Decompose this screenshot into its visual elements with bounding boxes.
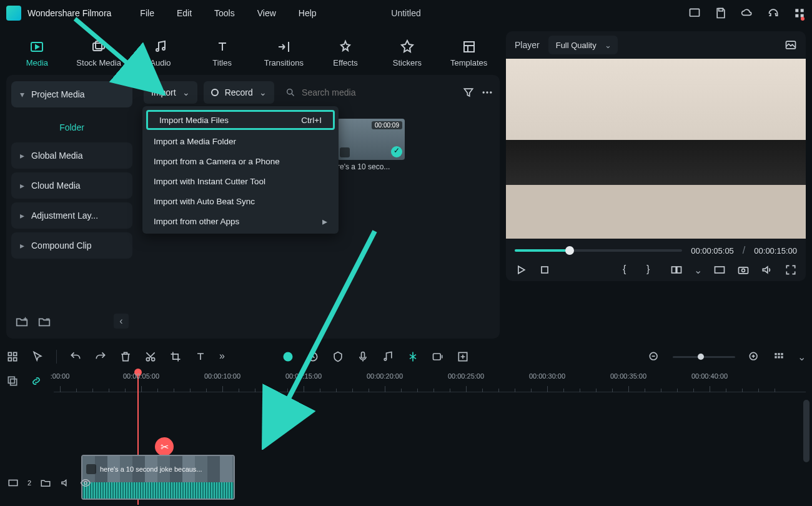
tab-templates[interactable]: Templates bbox=[442, 39, 496, 67]
stop-icon[interactable] bbox=[538, 264, 551, 276]
sidebar-compound-clip[interactable]: ▸Compound Clip bbox=[11, 232, 132, 259]
aspect-icon[interactable] bbox=[713, 264, 726, 276]
grid-icon[interactable] bbox=[6, 350, 19, 363]
timeline-toolbar: » ⌄ bbox=[6, 344, 806, 370]
import-instant-cutter[interactable]: Import with Instant Cutter Tool bbox=[142, 171, 339, 191]
import-media-files[interactable]: Import Media FilesCtrl+I bbox=[146, 110, 335, 130]
tab-titles[interactable]: Titles bbox=[195, 39, 249, 67]
chevron-down-icon[interactable]: ⌄ bbox=[694, 264, 702, 276]
chevron-down-icon: ⌄ bbox=[259, 87, 267, 97]
seek-bar[interactable]: 00:00:05:05 / 00:00:15:00 bbox=[515, 245, 797, 256]
chevron-right-icon: ▸ bbox=[20, 181, 26, 191]
mic-icon[interactable] bbox=[357, 350, 369, 363]
vertical-scrollbar[interactable] bbox=[803, 400, 810, 462]
menu-tools[interactable]: Tools bbox=[214, 8, 235, 18]
marker-icon[interactable] bbox=[332, 350, 344, 363]
import-dropdown-button[interactable]: Import⌄ bbox=[144, 81, 197, 104]
view-mode-icon[interactable] bbox=[773, 350, 785, 363]
chevron-down-icon[interactable]: ⌄ bbox=[798, 351, 806, 363]
ai-icon[interactable] bbox=[282, 350, 294, 363]
speed-icon[interactable] bbox=[307, 350, 319, 363]
apps-icon[interactable] bbox=[793, 7, 806, 19]
track-type-icon[interactable] bbox=[7, 477, 19, 489]
svg-rect-42 bbox=[781, 356, 783, 358]
save-icon[interactable] bbox=[715, 7, 727, 19]
timeline-tracks[interactable]: ✂ here's a 10 second joke becaus... bbox=[44, 392, 806, 505]
mute-icon[interactable] bbox=[60, 477, 71, 489]
tab-effects[interactable]: Effects bbox=[319, 39, 373, 67]
zoom-out-icon[interactable] bbox=[648, 350, 660, 363]
import-camera-phone[interactable]: Import from a Camera or a Phone bbox=[142, 151, 339, 171]
quality-select[interactable]: Full Quality⌄ bbox=[548, 36, 618, 54]
add-media-icon[interactable] bbox=[6, 375, 19, 387]
zoom-slider[interactable] bbox=[673, 356, 735, 358]
svg-rect-17 bbox=[542, 267, 548, 273]
tab-stickers[interactable]: Stickers bbox=[380, 39, 435, 67]
filter-icon[interactable] bbox=[462, 86, 475, 99]
timeline-ruler[interactable]: :00:0000:00:05:0000:00:10:0000:00:15:000… bbox=[54, 370, 806, 392]
crop-icon[interactable] bbox=[169, 350, 182, 363]
volume-icon[interactable] bbox=[761, 264, 773, 276]
mark-in-icon[interactable]: { bbox=[623, 264, 635, 276]
tab-audio[interactable]: Audio bbox=[134, 39, 188, 67]
headset-icon[interactable] bbox=[767, 7, 780, 19]
add-track-icon[interactable] bbox=[432, 350, 444, 363]
tab-media-label: Media bbox=[26, 58, 48, 67]
video-preview[interactable] bbox=[506, 59, 806, 239]
record-dropdown-button[interactable]: Record⌄ bbox=[204, 81, 274, 104]
sidebar-adjustment-layer[interactable]: ▸Adjustment Lay... bbox=[11, 202, 132, 229]
menu-edit[interactable]: Edit bbox=[177, 8, 192, 18]
collapse-sidebar-icon[interactable]: ‹ bbox=[114, 314, 129, 329]
menu-file[interactable]: File bbox=[140, 8, 154, 18]
scissors-icon[interactable]: ✂ bbox=[155, 437, 174, 456]
media-thumbnail[interactable]: 00:00:09 re's a 10 seco... bbox=[337, 119, 405, 171]
compare-icon[interactable] bbox=[670, 264, 683, 276]
keyframe-icon[interactable] bbox=[457, 350, 469, 363]
more-tools-icon[interactable]: » bbox=[219, 350, 232, 363]
redo-icon[interactable] bbox=[94, 350, 107, 363]
lock-icon[interactable] bbox=[40, 477, 51, 489]
svg-rect-24 bbox=[14, 352, 17, 355]
delete-folder-icon[interactable] bbox=[37, 315, 51, 327]
fullscreen-icon[interactable] bbox=[785, 264, 797, 276]
tab-transitions[interactable]: Transitions bbox=[257, 39, 311, 67]
tab-stock-media[interactable]: Stock Media bbox=[72, 39, 126, 67]
cut-icon[interactable] bbox=[144, 350, 157, 363]
seek-knob[interactable] bbox=[565, 246, 574, 255]
menu-help[interactable]: Help bbox=[299, 8, 317, 18]
delete-icon[interactable] bbox=[119, 350, 132, 363]
more-icon[interactable] bbox=[481, 86, 493, 99]
camera-icon[interactable] bbox=[737, 264, 750, 276]
snapshot-icon[interactable] bbox=[785, 39, 797, 51]
mark-out-icon[interactable]: } bbox=[646, 264, 659, 276]
zoom-in-icon[interactable] bbox=[748, 350, 760, 363]
import-media-folder[interactable]: Import a Media Folder bbox=[142, 131, 339, 151]
search-input[interactable] bbox=[302, 87, 451, 97]
magnet-icon[interactable] bbox=[407, 350, 419, 363]
layout-icon[interactable] bbox=[688, 7, 701, 19]
clip-title: here's a 10 second joke becaus... bbox=[100, 465, 202, 473]
text-icon[interactable] bbox=[194, 350, 207, 363]
import-auto-beat-sync[interactable]: Import with Auto Beat Sync bbox=[142, 191, 339, 211]
clip-play-icon bbox=[86, 464, 96, 474]
new-folder-icon[interactable] bbox=[15, 315, 29, 327]
undo-icon[interactable] bbox=[69, 350, 82, 363]
tab-templates-label: Templates bbox=[450, 58, 487, 67]
play-icon[interactable] bbox=[515, 264, 527, 276]
menu-view[interactable]: View bbox=[257, 8, 276, 18]
link-icon[interactable] bbox=[30, 375, 42, 387]
svg-point-15 bbox=[490, 91, 492, 93]
visibility-icon[interactable] bbox=[80, 477, 91, 489]
cloud-icon[interactable] bbox=[741, 7, 753, 19]
tab-media[interactable]: Media bbox=[10, 39, 64, 67]
sidebar-cloud-media[interactable]: ▸Cloud Media bbox=[11, 172, 132, 199]
sidebar-project-media[interactable]: ▾Project Media bbox=[11, 81, 132, 107]
chevron-down-icon: ▾ bbox=[20, 89, 26, 99]
sidebar-folder[interactable]: Folder bbox=[11, 111, 132, 139]
timeline-clip[interactable]: here's a 10 second joke becaus... bbox=[81, 455, 235, 500]
import-other-apps[interactable]: Import from other Apps▸ bbox=[142, 211, 339, 231]
svg-point-12 bbox=[287, 89, 292, 94]
audio-sync-icon[interactable] bbox=[382, 350, 394, 363]
cursor-icon[interactable] bbox=[31, 350, 44, 363]
sidebar-global-media[interactable]: ▸Global Media bbox=[11, 142, 132, 169]
